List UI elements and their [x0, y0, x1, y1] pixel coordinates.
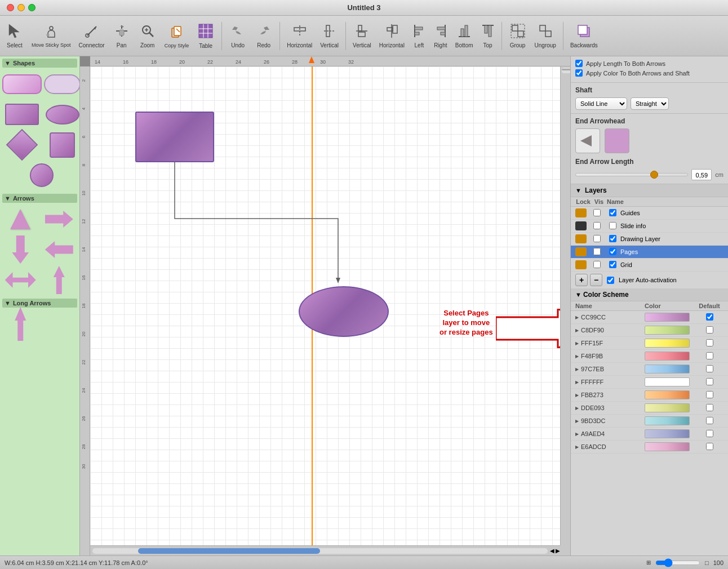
hscroll-thumb[interactable] — [138, 548, 320, 554]
color-row-fbb273[interactable]: ▶ FBB273 — [571, 389, 728, 402]
layer-vis-slideinfo[interactable] — [605, 222, 620, 230]
maximize-button[interactable] — [28, 4, 35, 11]
align-left-btn[interactable]: Left — [409, 21, 429, 51]
arrowhead-color-swatch[interactable] — [605, 128, 629, 153]
layers-header[interactable]: ▼ Layers — [571, 184, 728, 197]
color-swatch-97c7eb[interactable] — [645, 364, 690, 374]
align-right-btn[interactable]: Right — [430, 21, 451, 51]
shape-oval[interactable] — [44, 100, 80, 128]
layer-vis-grid[interactable] — [605, 261, 620, 269]
color-swatch-fbb273[interactable] — [645, 390, 690, 399]
canvas-rect[interactable] — [135, 112, 214, 162]
slider-thumb[interactable] — [650, 171, 658, 179]
window-controls[interactable] — [7, 4, 35, 11]
group-btn[interactable]: Group — [505, 21, 530, 51]
remove-layer-btn[interactable]: − — [590, 274, 602, 286]
default-f48f9b[interactable] — [706, 352, 713, 359]
canvas-oval[interactable] — [299, 286, 389, 337]
shape-diamond[interactable] — [2, 131, 42, 159]
arrow-left[interactable] — [41, 235, 78, 264]
color-row-a9aed4[interactable]: ▶ A9AED4 — [571, 428, 728, 441]
minimize-button[interactable] — [17, 4, 25, 11]
default-a9aed4[interactable] — [706, 430, 713, 437]
undo-btn[interactable]: Undo — [225, 21, 250, 51]
align-top-btn[interactable]: Top — [478, 21, 498, 51]
shapes-section-header[interactable]: ▼ Shapes — [2, 59, 77, 68]
align-horizontal-btn[interactable]: Horizontal — [283, 21, 316, 51]
layer-lock-grid[interactable] — [589, 261, 605, 269]
color-swatch-cc99cc[interactable] — [645, 313, 690, 322]
select-tool[interactable]: Select — [2, 21, 27, 51]
default-dde093[interactable] — [706, 404, 713, 411]
arrow-double-h[interactable] — [2, 266, 39, 294]
scroll-left-icon[interactable]: ◀ — [550, 548, 554, 554]
color-swatch-f48f9b[interactable] — [645, 352, 690, 361]
arrow-down[interactable] — [2, 235, 39, 264]
vscrollbar[interactable] — [560, 66, 570, 545]
shape-rounded-rect[interactable] — [2, 70, 42, 98]
color-swatch-a9aed4[interactable] — [645, 429, 690, 438]
color-row-fff15f[interactable]: ▶ FFF15F — [571, 337, 728, 350]
default-cc99cc[interactable] — [706, 313, 713, 321]
arrow-up[interactable] — [2, 205, 39, 233]
default-fff15f[interactable] — [706, 339, 713, 346]
ungroup-btn[interactable]: Ungroup — [531, 21, 560, 51]
default-fbb273[interactable] — [706, 391, 713, 398]
color-swatch-dde093[interactable] — [645, 403, 690, 412]
default-97c7eb[interactable] — [706, 365, 713, 372]
color-row-dde093[interactable]: ▶ DDE093 — [571, 402, 728, 415]
close-button[interactable] — [7, 4, 14, 11]
scroll-arrows[interactable]: ◀ ▶ — [550, 548, 560, 554]
scroll-right-icon[interactable]: ▶ — [556, 548, 560, 554]
redo-btn[interactable]: Redo — [251, 21, 276, 51]
connector-tool[interactable]: Connector — [76, 21, 108, 51]
arrow-up-thin[interactable] — [41, 266, 78, 294]
layer-row-guides[interactable]: Guides — [571, 207, 728, 220]
layer-vis-guides[interactable] — [605, 209, 620, 217]
color-row-97c7eb[interactable]: ▶ 97C7EB — [571, 363, 728, 376]
layer-vis-drawing[interactable] — [605, 235, 620, 243]
long-arrows-section-header[interactable]: ▼ Long Arrows — [2, 299, 77, 308]
layer-lock-pages[interactable] — [589, 248, 605, 256]
shape-circle[interactable] — [2, 161, 80, 189]
arrow-right[interactable] — [41, 205, 78, 233]
apply-length-checkbox[interactable] — [575, 60, 583, 67]
apply-color-row[interactable]: Apply Color To Both Arrows and Shaft — [575, 69, 723, 77]
color-swatch-e6adcd[interactable] — [645, 442, 690, 451]
layer-lock-drawing[interactable] — [589, 235, 605, 243]
align-bottom-btn[interactable]: Bottom — [452, 21, 477, 51]
layer-row-grid[interactable]: Grid — [571, 259, 728, 272]
layer-vis-pages[interactable] — [605, 248, 620, 256]
shape-square[interactable] — [44, 131, 80, 159]
layer-row-drawing[interactable]: Drawing Layer — [571, 233, 728, 246]
arrows-section-header[interactable]: ▼ Arrows — [2, 194, 77, 203]
zoom-slider[interactable] — [655, 558, 700, 567]
backwards-btn[interactable]: Backwards — [567, 21, 601, 51]
color-row-f48f9b[interactable]: ▶ F48F9B — [571, 350, 728, 363]
color-row-9bd3dc[interactable]: ▶ 9BD3DC — [571, 415, 728, 428]
color-row-ffffff[interactable]: ▶ FFFFFF — [571, 376, 728, 389]
default-9bd3dc[interactable] — [706, 417, 713, 424]
layer-lock-slideinfo[interactable] — [589, 222, 605, 230]
default-ffffff[interactable] — [706, 378, 713, 385]
length-value[interactable]: 0,59 — [691, 169, 712, 180]
copy-style-tool[interactable]: Copy Style — [161, 21, 193, 51]
cs-expand-cc99cc[interactable]: ▶ — [575, 315, 579, 320]
default-c8df90[interactable] — [706, 326, 713, 334]
apply-color-checkbox[interactable] — [575, 69, 583, 77]
align-vertical-btn[interactable]: Vertical — [317, 21, 342, 51]
apply-length-row[interactable]: Apply Length To Both Arrows — [575, 60, 723, 67]
align-h2-btn[interactable]: Horizontal — [376, 21, 408, 51]
add-layer-btn[interactable]: + — [575, 274, 588, 286]
hscroll-track[interactable] — [92, 548, 548, 554]
arrowhead-preview[interactable] — [575, 128, 600, 153]
hscrollbar[interactable]: ◀ ▶ — [90, 545, 560, 555]
layer-row-slideinfo[interactable]: Slide info — [571, 220, 728, 233]
zoom-tool[interactable]: Zoom — [135, 21, 160, 51]
layer-auto-activation-checkbox[interactable] — [607, 277, 614, 284]
length-slider[interactable] — [575, 173, 688, 176]
color-row-e6adcd[interactable]: ▶ E6ADCD — [571, 441, 728, 454]
color-swatch-ffffff[interactable] — [645, 377, 690, 386]
table-tool[interactable]: Table — [193, 20, 218, 51]
color-scheme-header[interactable]: ▼ Color Scheme — [571, 288, 728, 301]
